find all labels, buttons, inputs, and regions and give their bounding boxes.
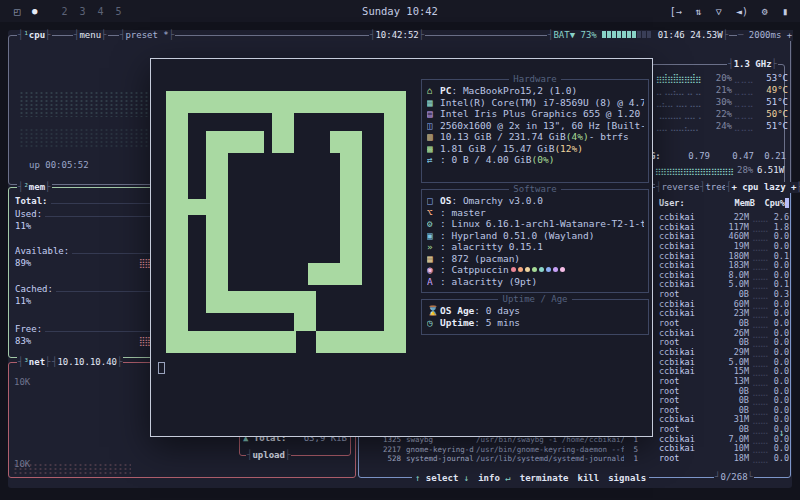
cpu-total-row: ⣶⣶⣶⣶⣶⣶⣶⣶⣶⣶⣶⣶⣶⣶ 28% 6.51W [655,165,783,175]
mem-meter-fragment: ⣿⣿ [139,335,150,348]
battery-status: ┤BAT▼ 73% 01:46 24.53W├ [547,30,729,41]
theme-dot [539,267,544,272]
mem-box-title[interactable]: ┤²mem├ [17,182,52,193]
net-upload-tab[interactable]: ┤upload├ [246,450,291,461]
uptime-row: ⌛OS Age: 0 days [427,305,644,317]
cpu-freq: ┤1.3 GHz├ [727,59,778,70]
theme-dot [560,267,565,272]
hardware-row: ⌂PC: MacBookPro15,2 (1.0) [427,85,644,97]
process-list-details: 1325 swaybg /usr/bin/swaybg -i /home/ccb… [365,435,649,464]
hardware-row-icon: ◫ [427,120,440,132]
proc-counter: ┘0/268└ [714,472,754,483]
proc-sort-selector[interactable]: ┤+ cpu lazy +├ [725,182,800,193]
process-list: ccbikai 22M ⣀⣀⣀ 2.6 ccbikai 117M ⣀⣀⣀ 1.8… [651,213,789,464]
software-row-icon: ⌥ [427,207,440,219]
net-graph-texture [13,463,131,474]
process-detail-row[interactable]: 528 systemd-journal /usr/lib/systemd/sys… [365,454,649,464]
theme-dot [546,267,551,272]
uptime-row-icon: ⌛ [427,305,440,317]
footer-action[interactable]: kill [578,473,600,483]
software-row: ▦: 872 (pacman) [427,253,644,265]
software-row: A: alacritty (9pt) [427,276,644,288]
preset-button[interactable]: ┤preset *├ [119,30,175,41]
menu-button[interactable]: ┤menu├ [73,30,108,41]
clock: Sunday 10:42 [0,5,800,17]
net-box-title[interactable]: ┤³net├ [17,357,52,368]
desktop: ◰ ● 2345 Sunday 10:42 [→ ⇅ ▽ ◄) ⚙ ▮ ┤¹cp… [0,0,800,500]
hardware-row-icon: ▦ [427,97,440,109]
theme-dot [532,267,537,272]
process-detail-row[interactable]: 2217 gnome-keyring-d /usr/bin/gnome-keyr… [365,445,649,455]
uptime-row-icon: ◷ [427,317,440,329]
software-row: »: alacritty 0.15.1 [427,241,644,253]
software-row-icon: A [427,276,440,288]
refresh-rate[interactable]: ─ 2000ms + [737,30,793,41]
mem-used-label: Used: [15,209,42,220]
net-ip-address[interactable]: ┤10.10.10.40├ [51,357,123,368]
terminal-cursor [158,362,165,374]
software-row: □OS: Omarchy v3.0.0 [427,195,644,207]
process-row[interactable]: root 18M ⣀⣀⣀ 0.0 [651,454,789,464]
cpu-uptime: up 00:05:52 [29,160,89,170]
cpu-core-row: ⢀⣀⣀⣀⡀⣀⣀⢀ 22% ⣀⣀⣀ 50°C [656,108,788,120]
uptime-section: Uptime / Age ⌛OS Age: 0 days ◷Uptime: 5 … [421,299,649,335]
col-cpu[interactable]: Cpu% [765,198,785,208]
footer-action[interactable]: terminate [520,473,569,483]
mem-cached-label: Cached: [15,284,53,295]
scrollbar-thumb[interactable] [785,198,789,208]
col-user[interactable]: User: [659,198,715,208]
hardware-title: Hardware [422,74,648,84]
cpu-core-rows: ⣶⣾⣶⣿⣶⣶⣾⣶ 20% ⣀⣀⣀ 53°C ⣀⢀⣀⣄⣀⢀⡀⣀ 21% ⣀⣀⣀ 4… [656,72,788,132]
hardware-row-icon: ⇄ [427,154,440,166]
software-row-icon: » [427,241,440,253]
hardware-row: ◫2560x1600 @ 2x in 13", 60 Hz [Built-in] [427,120,644,132]
software-row-icon: ▣ [427,230,440,242]
theme-dot [553,267,558,272]
software-row: ◉: Catppuccin [427,264,644,276]
footer-action[interactable]: signals [608,473,646,483]
hardware-rows: ⌂PC: MacBookPro15,2 (1.0) ▦Intel(R) Core… [422,80,648,166]
uptime-title: Uptime / Age [422,294,648,304]
hardware-section: Hardware ⌂PC: MacBookPro15,2 (1.0) ▦Inte… [421,79,649,183]
footer-action[interactable]: info ↵ [478,473,511,483]
software-row-icon: ◉ [427,264,440,276]
software-row: ▣: Hyprland 0.51.0 (Wayland) [427,230,644,242]
theme-color-dots [511,264,565,276]
hardware-row-icon: ▩ [427,143,440,155]
software-section: Software □OS: Omarchy v3.0.0 ⌥: master ⚙… [421,189,649,293]
header-clock: ┤10:42:52├ [369,30,425,41]
mem-total-label: Total: [15,196,48,207]
software-row: ⌥: master [427,207,644,219]
cpu-core-row: ⣶⣾⣶⣿⣶⣶⣾⣶ 20% ⣀⣀⣀ 53°C [656,72,788,84]
cpu-core-row: ⣀⣄⣀⢀⣀⡀⣀⣀ 30% ⣀⣀⣀ 51°C [656,96,788,108]
theme-dot [518,267,523,272]
proc-column-headers[interactable]: User: MemB Cpu% [659,198,785,208]
software-title: Software [422,184,648,194]
software-row: ⚙: Linux 6.16.1-arch1-Watanare-T2-1-t2 [427,218,644,230]
col-memb[interactable]: MemB [715,198,755,208]
scroll-down-arrow[interactable]: ↓ [779,428,784,438]
footer-action[interactable]: ↑ select ↓ [415,473,469,483]
cpu-core-panel: ┤1.3 GHz├ ⣶⣾⣶⣿⣶⣶⣾⣶ 20% ⣀⣀⣀ 53°C ⣀⢀⣀⣄⣀⢀⡀⣀ [651,64,785,185]
cpu-core-row: ⣀⢀⣀⣄⣀⢀⡀⣀ 21% ⣀⣀⣀ 49°C [656,84,788,96]
hardware-row: ▥10.13 GiB / 231.74 GiB (4%) - btrfs [427,131,644,143]
btop-footer: ↑ select ↓ info ↵ terminate kill signals [412,473,649,483]
hardware-row: ▤Intel Iris Plus Graphics 655 @ 1.20 GHz… [427,108,644,120]
cpu-graph-texture [19,128,149,148]
cpu-box-title[interactable]: ┤¹cpu├ [17,30,52,41]
cpu-graph-texture [19,91,149,117]
battery-meter [602,30,652,40]
uptime-row: ◷Uptime: 5 mins [427,317,644,329]
hardware-row: ▦Intel(R) Core(TM) i7-8569U (8) @ 4.70 G… [427,97,644,109]
software-rows: □OS: Omarchy v3.0.0 ⌥: master ⚙: Linux 6… [422,190,648,287]
mem-free-label: Free: [15,324,42,335]
software-row-icon: ⚙ [427,218,440,230]
mem-meter-fragment: ⣿⣿ [139,257,150,270]
mem-available-label: Available: [15,246,69,257]
uptime-rows: ⌛OS Age: 0 days ◷Uptime: 5 mins [422,300,648,328]
top-bar: ◰ ● 2345 Sunday 10:42 [→ ⇅ ▽ ◄) ⚙ ▮ [0,0,800,22]
hardware-row: ⇄: 0 B / 4.00 GiB (0%) [427,154,644,166]
cpu-core-row: ⣀⣀⢀⣀⣀⣄⣀⡀ 24% ⣀⣀⣀ 51°C [656,120,788,132]
fastfetch-window: Hardware ⌂PC: MacBookPro15,2 (1.0) ▦Inte… [150,58,653,437]
omarchy-logo [166,91,406,353]
